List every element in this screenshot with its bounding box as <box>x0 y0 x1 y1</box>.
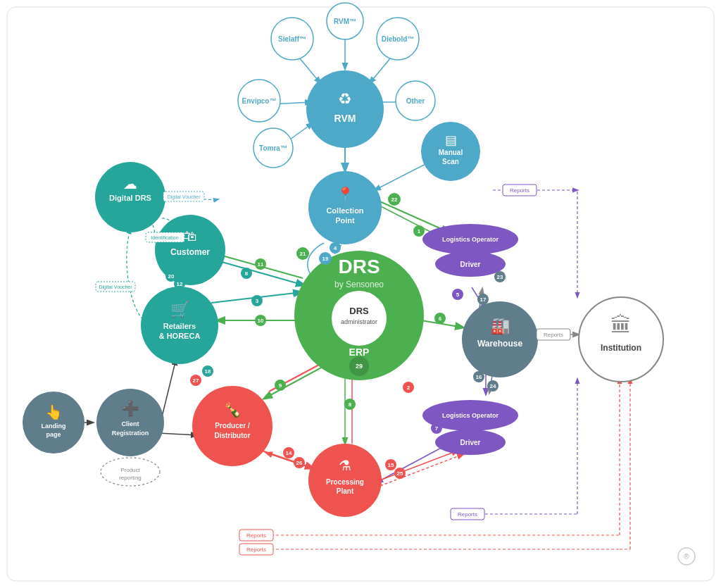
rvm-node <box>306 70 384 148</box>
producer-label2: Distributor <box>214 432 250 439</box>
digital-voucher-label2: Digital Voucher <box>99 284 132 290</box>
landing-page-label1: Landing <box>42 423 66 430</box>
warehouse-icon: 🏭 <box>491 316 510 335</box>
rvm-icon: ♻ <box>338 90 352 108</box>
badge-1: 1 <box>418 228 421 234</box>
badge-27: 27 <box>193 377 199 384</box>
driver-lower-label: Driver <box>460 439 481 446</box>
badge-23: 23 <box>497 274 503 280</box>
badge-7: 7 <box>435 425 439 432</box>
driver-upper-label: Driver <box>460 261 481 268</box>
digital-voucher-label: Digital Voucher <box>167 194 201 200</box>
badge-14: 14 <box>286 450 292 456</box>
badge-8: 8 <box>245 270 249 277</box>
retailers-icon: 🛒 <box>170 300 190 319</box>
badge-12: 12 <box>177 281 183 287</box>
badge-8b: 8 <box>349 401 352 408</box>
landing-page-icon: 👆 <box>45 404 63 420</box>
institution-node <box>579 297 663 382</box>
ecosystem-diagram: Sielaff™ RVM™ Diebold™ Envipco™ Tomra™ O… <box>0 0 721 588</box>
reports-label-top: Reports <box>510 187 529 194</box>
badge-22: 22 <box>391 196 398 203</box>
collection-point-label2: Point <box>335 216 355 225</box>
erp-label: ERP <box>349 346 370 358</box>
digital-drs-label1: Digital DRS <box>109 194 151 202</box>
diagram-container: Sielaff™ RVM™ Diebold™ Envipco™ Tomra™ O… <box>0 0 721 588</box>
badge-2: 2 <box>407 384 410 391</box>
badge-20: 20 <box>168 273 175 280</box>
badge-17: 17 <box>480 296 487 303</box>
rvm-main-label: RVM <box>334 113 356 124</box>
processing-label1: Processing <box>326 478 364 486</box>
drs-admin-label: DRS <box>349 306 369 316</box>
drs-main-label: DRS <box>338 256 380 277</box>
badge-11: 11 <box>258 261 264 268</box>
logistics-lower-label: Logistics Operator <box>442 412 499 419</box>
reports-bottom-purple: Reports <box>458 511 477 518</box>
collection-point-icon: 📍 <box>337 186 354 203</box>
badge-26: 26 <box>296 460 303 466</box>
retailers-label1: Retailers <box>163 322 196 330</box>
badge-4: 4 <box>334 245 337 251</box>
rvm-brand-label: RVM™ <box>334 18 356 25</box>
drs-sublabel: by Sensoneo <box>334 280 384 289</box>
producer-label1: Producer / <box>215 422 250 430</box>
badge-9: 9 <box>279 382 282 389</box>
badge-10: 10 <box>258 318 264 324</box>
registered-trademark-symbol: ® <box>684 553 689 561</box>
landing-page-label2: page <box>46 431 61 438</box>
client-reg-label2: Registration <box>112 430 149 437</box>
badge-21: 21 <box>300 251 306 257</box>
erp-badge: 29 <box>356 363 363 370</box>
manual-scan-label1: Manual <box>439 149 463 156</box>
logistics-upper-label: Logistics Operator <box>442 236 499 243</box>
client-reg-icon: ➕ <box>122 400 139 417</box>
badge-18: 18 <box>205 368 211 375</box>
client-reg-label1: Client <box>121 420 139 427</box>
digital-drs-icon: ☁ <box>123 176 137 192</box>
diebold-label: Diebold™ <box>382 35 415 43</box>
customer-icon: 🛍 <box>183 228 197 244</box>
envipco-label: Envipco™ <box>242 97 277 105</box>
badge-6: 6 <box>439 315 442 322</box>
product-reporting-label: Product <box>120 467 140 473</box>
producer-icon: 🍾 <box>224 401 242 418</box>
sielaff-label: Sielaff™ <box>278 35 306 43</box>
warehouse-label: Warehouse <box>477 339 523 349</box>
badge-3: 3 <box>256 298 259 304</box>
institution-label: Institution <box>601 343 641 353</box>
collection-point-label1: Collection <box>326 206 363 215</box>
manual-scan-label2: Scan <box>442 158 459 165</box>
badge-5: 5 <box>456 292 460 298</box>
badge-24: 24 <box>490 383 496 389</box>
reports-warehouse: Reports <box>544 332 563 338</box>
badge-16: 16 <box>476 374 482 380</box>
reports-bottom-red1: Reports <box>246 532 266 539</box>
processing-label2: Plant <box>337 487 354 495</box>
retailers-label2: & HORECA <box>159 332 201 340</box>
institution-icon: 🏛 <box>610 313 632 337</box>
tomra-label: Tomra™ <box>259 144 287 152</box>
badge-25: 25 <box>397 470 403 477</box>
drs-admin-sublabel: administrator <box>341 318 377 325</box>
badge-19: 19 <box>322 256 329 262</box>
processing-icon: ⚗ <box>339 458 351 473</box>
reports-bottom-red2: Reports <box>246 546 266 553</box>
identification-label: Identification <box>151 235 178 240</box>
badge-15: 15 <box>388 462 394 468</box>
product-reporting-label2: reporting <box>119 475 142 481</box>
manual-scan-icon: ▤ <box>445 133 457 147</box>
customer-label: Customer <box>170 247 210 257</box>
other-label: Other <box>406 97 425 105</box>
